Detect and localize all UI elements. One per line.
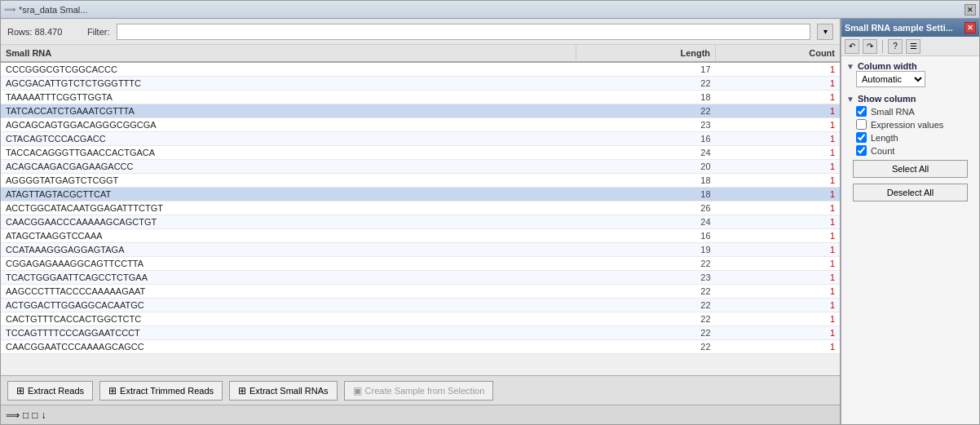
col-header-length[interactable]: Length (576, 45, 716, 62)
table-row[interactable]: TATCACCATCTGAAATCGTTTA221 (1, 104, 840, 118)
help-button[interactable]: ? (888, 39, 903, 54)
cell-rna: TCCAGTTTTCCCAGGAATCCCT (1, 326, 576, 340)
cell-count: 1 (716, 201, 840, 215)
cell-count: 1 (716, 77, 840, 91)
table-row[interactable]: ACTGGACTTGGAGGCACAATGC221 (1, 299, 840, 312)
show-column-arrow: ▼ (846, 95, 854, 104)
checkbox-small-rna-input[interactable] (856, 106, 867, 117)
create-sample-icon: ▣ (353, 385, 362, 396)
title-bar: ⟹ *sra_data Smal... ✕ (1, 1, 979, 19)
col-header-count[interactable]: Count (716, 45, 840, 62)
table-row[interactable]: TACCACAGGGTTGAACCACTGACA241 (1, 146, 840, 160)
undo-button[interactable]: ↶ (845, 39, 859, 54)
table-row[interactable]: CCCGGGCGTCGGCACCC171 (1, 62, 840, 77)
settings-button[interactable]: ☰ (906, 39, 920, 54)
cell-count: 1 (716, 62, 840, 77)
create-sample-button[interactable]: ▣ Create Sample from Selection (344, 381, 494, 401)
cell-length: 26 (576, 201, 716, 215)
cell-rna: AAGCCCTTTACCCCAAAAAGAAT (1, 285, 576, 299)
extract-trimmed-button[interactable]: ⊞ Extract Trimmed Reads (99, 381, 223, 401)
cell-rna: ATAGCTAAGGTCCAAA (1, 229, 576, 243)
bottom-bar: ⊞ Extract Reads ⊞ Extract Trimmed Reads … (1, 375, 840, 405)
status-icon-3[interactable]: □ (32, 410, 38, 421)
right-toolbar: ↶ ↷ ? ☰ (841, 37, 979, 56)
cell-length: 20 (576, 160, 716, 174)
cell-length: 24 (576, 215, 716, 229)
select-all-button[interactable]: Select All (853, 160, 968, 178)
filter-bar: Rows: 88.470 Filter: ▾ (1, 19, 840, 45)
cell-count: 1 (716, 215, 840, 229)
cell-length: 16 (576, 229, 716, 243)
table-row[interactable]: TCACTGGGAATTCAGCCTCTGAA231 (1, 271, 840, 285)
table-row[interactable]: TAAAAATTTCGGTTGGTA181 (1, 91, 840, 104)
table-row[interactable]: CCATAAAGGGAGGAGTAGA191 (1, 243, 840, 257)
checkbox-expression-values-input[interactable] (856, 119, 867, 130)
column-width-row: Automatic Fixed Content (856, 71, 974, 87)
cell-count: 1 (716, 160, 840, 174)
cell-count: 1 (716, 91, 840, 104)
cell-count: 1 (716, 257, 840, 271)
cell-count: 1 (716, 132, 840, 146)
cell-length: 22 (576, 77, 716, 91)
table-row[interactable]: AGCAGCAGTGGACAGGGCGGCGA231 (1, 118, 840, 132)
cell-rna: TCACTGGGAATTCAGCCTCTGAA (1, 271, 576, 285)
table-row[interactable]: AGCGACATTGTCTCTGGGTTTC221 (1, 77, 840, 91)
cell-length: 23 (576, 271, 716, 285)
cell-length: 18 (576, 91, 716, 104)
checkbox-length-input[interactable] (856, 132, 867, 143)
cell-count: 1 (716, 312, 840, 326)
filter-input[interactable] (117, 24, 811, 40)
extract-reads-label: Extract Reads (28, 386, 84, 396)
table-row[interactable]: CTACAGTCCCACGACC161 (1, 132, 840, 146)
checkbox-count-input[interactable] (856, 145, 867, 156)
table-row[interactable]: AAGCCCTTTACCCCAAAAAGAAT221 (1, 285, 840, 299)
table-row[interactable]: CAACGGAACCCAAAAAGCAGCTGT241 (1, 215, 840, 229)
toolbar-separator (882, 40, 883, 53)
cell-length: 22 (576, 104, 716, 118)
filter-label: Filter: (87, 27, 110, 37)
table-row[interactable]: ACCTGGCATACAATGGAGATTTCTGT261 (1, 201, 840, 215)
extract-trimmed-icon: ⊞ (108, 385, 117, 396)
cell-rna: AGCGACATTGTCTCTGGGTTTC (1, 77, 576, 91)
window-close-button[interactable]: ✕ (965, 4, 976, 15)
table-row[interactable]: CACTGTTTCACCACTGGCTCTC221 (1, 312, 840, 326)
cell-count: 1 (716, 326, 840, 340)
cell-count: 1 (716, 271, 840, 285)
redo-button[interactable]: ↷ (863, 39, 877, 54)
cell-count: 1 (716, 104, 840, 118)
cell-length: 18 (576, 174, 716, 188)
cell-count: 1 (716, 174, 840, 188)
table-row[interactable]: ATAGTTAGTACGCTTCAT181 (1, 188, 840, 201)
extract-small-rnas-button[interactable]: ⊞ Extract Small RNAs (229, 381, 338, 401)
right-panel-close-button[interactable]: ✕ (965, 22, 976, 33)
table-row[interactable]: CAACGGAATCCCAAAAGCAGCC221 (1, 340, 840, 354)
cell-length: 17 (576, 62, 716, 77)
status-icon-4[interactable]: ↓ (42, 410, 46, 421)
table-row[interactable]: ATAGCTAAGGTCCAAA161 (1, 229, 840, 243)
show-column-header[interactable]: ▼ Show column (846, 94, 974, 104)
table-container[interactable]: Small RNA Length Count CCCGGGCGTCGGCACCC… (1, 45, 840, 375)
checkbox-length: Length (856, 132, 974, 143)
table-row[interactable]: CGGAGAGAAAGGCAGTTCCTTA221 (1, 257, 840, 271)
extract-reads-button[interactable]: ⊞ Extract Reads (7, 381, 93, 401)
deselect-all-button[interactable]: Deselect All (853, 184, 968, 201)
col-header-smallrna[interactable]: Small RNA (1, 45, 576, 62)
cell-length: 24 (576, 146, 716, 160)
cell-count: 1 (716, 146, 840, 160)
column-width-select[interactable]: Automatic Fixed Content (856, 71, 925, 87)
table-row[interactable]: TCCAGTTTTCCCAGGAATCCCT221 (1, 326, 840, 340)
extract-reads-icon: ⊞ (16, 385, 24, 396)
cell-rna: ACCTGGCATACAATGGAGATTTCTGT (1, 201, 576, 215)
rows-count: Rows: 88.470 (7, 27, 81, 37)
cell-length: 18 (576, 188, 716, 201)
table-row[interactable]: AGGGGTATGAGTCTCGGT181 (1, 174, 840, 188)
table-row[interactable]: ACAGCAAGACGAGAAGACCC201 (1, 160, 840, 174)
column-width-header[interactable]: ▼ Column width (846, 61, 974, 71)
status-icon-2[interactable]: □ (23, 410, 29, 421)
right-panel: Small RNA sample Setti... ✕ ↶ ↷ ? ☰ ▼ Co… (841, 19, 979, 424)
extract-trimmed-label: Extract Trimmed Reads (120, 386, 214, 396)
filter-dropdown-button[interactable]: ▾ (817, 24, 833, 40)
app-icon: ⟹ (4, 5, 15, 14)
data-table: Small RNA Length Count CCCGGGCGTCGGCACCC… (1, 45, 840, 354)
cell-length: 22 (576, 299, 716, 312)
